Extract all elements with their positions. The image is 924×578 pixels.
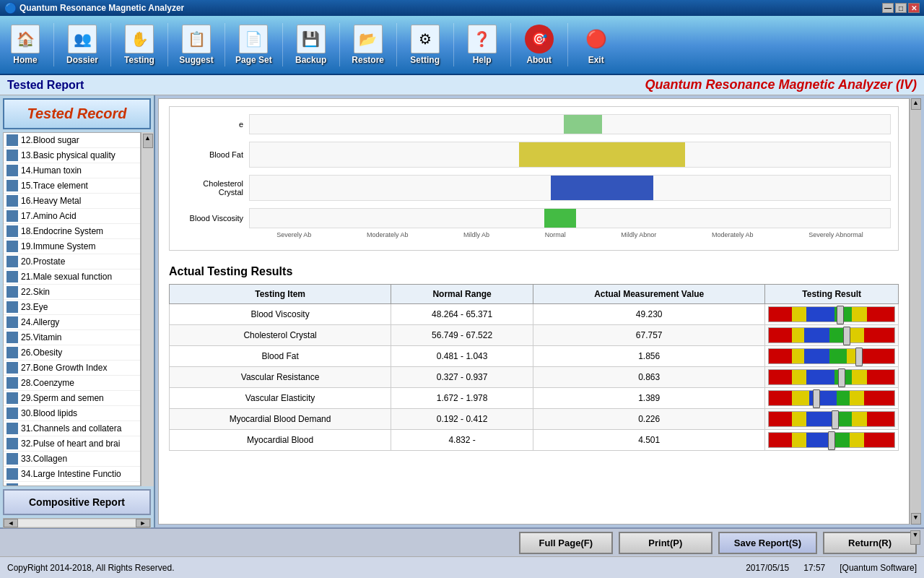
sidebar-item-15[interactable]: 15.Trace element [4,178,140,194]
setting-icon: ⚙ [411,25,440,53]
sidebar-item-12[interactable]: 12.Blood sugar [4,133,140,148]
sidebar-item-34[interactable]: 34.Large Intestine Functio [4,467,140,482]
toolbar: 🏠 Home 👥 Dossier ✋ Testing 📋 Suggest 📄 P… [0,16,924,75]
cell-item: Cholesterol Crystal [170,325,391,346]
cell-result [765,367,899,388]
sidebar-item-28[interactable]: 28.Coenzyme [4,376,140,391]
toolbar-backup[interactable]: 💾 Backup [293,25,329,65]
sidebar-item-33[interactable]: 33.Collagen [4,452,140,467]
x-label-7: Severely Abnormal [808,231,863,238]
sidebar-item-icon [6,332,18,343]
full-page-btn[interactable]: Full Page(F) [519,532,613,554]
toolbar-sep-5 [282,23,283,66]
cell-result [765,388,899,409]
sidebar-item-24[interactable]: 24.Allergy [4,315,140,330]
toolbar-suggest[interactable]: 📋 Suggest [178,25,214,65]
sidebar-item-16[interactable]: 16.Heavy Metal [4,194,140,209]
cell-item: Myocardial Blood Demand [170,409,391,430]
toolbar-testing[interactable]: ✋ Testing [121,25,157,65]
cell-item: Vascular Resistance [170,367,391,388]
window-controls[interactable]: — □ ✕ [882,3,920,13]
cell-result [765,430,899,451]
toolbar-sep-2 [110,23,111,66]
app-name: Quantum Resonance Magnetic Analyzer (IV) [645,77,917,92]
sidebar-item-icon [6,468,18,480]
sidebar-item-icon [6,134,18,146]
app-icon: 🔵 [4,2,17,14]
sidebar-item-30[interactable]: 30.Blood lipids [4,406,140,421]
sidebar-item-21[interactable]: 21.Male sexual function [4,269,140,285]
sidebar-item-19[interactable]: 19.Immune System [4,239,140,254]
toolbar-pageset-label: Page Set [235,55,272,65]
cell-value: 49.230 [533,304,764,325]
sidebar-list-area: 12.Blood sugar13.Basic physical quality1… [0,132,154,486]
toolbar-setting-label: Setting [410,55,440,65]
sidebar-item-31[interactable]: 31.Channels and collatera [4,421,140,436]
x-label-2: Moderately Ab [367,231,409,238]
cell-result [765,346,899,367]
minimize-btn[interactable]: — [882,3,894,13]
toolbar-dossier[interactable]: 👥 Dossier [64,25,100,65]
sidebar-item-20[interactable]: 20.Prostate [4,254,140,269]
sidebar-item-icon [6,180,18,191]
status-time: 17:57 [803,563,825,573]
x-label-6: Moderately Ab [712,231,754,238]
cell-result [765,304,899,325]
cell-range: 4.832 - [391,430,533,451]
sidebar-item-13[interactable]: 13.Basic physical quality [4,148,140,163]
pageset-icon: 📄 [239,25,268,53]
toolbar-home[interactable]: 🏠 Home [7,25,43,65]
cell-value: 0.226 [533,409,764,430]
sidebar-item-23[interactable]: 23.Eye [4,300,140,315]
sidebar: Tested Record 12.Blood sugar13.Basic phy… [0,95,155,527]
sidebar-item-29[interactable]: 29.Sperm and semen [4,391,140,406]
toolbar-sep-6 [339,23,340,66]
toolbar-about[interactable]: 🎯 About [521,25,557,65]
header-bar: Tested Report Quantum Resonance Magnetic… [0,75,924,95]
cell-item: Blood Viscosity [170,304,391,325]
sidebar-item-32[interactable]: 32.Pulse of heart and brai [4,436,140,452]
maximize-btn[interactable]: □ [895,3,907,13]
cell-value: 1.856 [533,346,764,367]
toolbar-testing-label: Testing [124,55,154,65]
sidebar-item-icon [6,362,18,374]
toolbar-setting[interactable]: ⚙ Setting [407,25,443,65]
toolbar-sep-9 [510,23,511,66]
col-header-item: Testing Item [170,285,391,304]
content-vscroll[interactable]: ▲ ▼ [910,98,921,525]
cell-item: Myocardial Blood [170,430,391,451]
save-report-btn[interactable]: Save Report(S) [718,532,817,554]
return-btn[interactable]: Return(R) [823,532,917,554]
sidebar-hscroll[interactable]: ◄ ► [3,518,151,528]
cell-item: Vascular Elasticity [170,388,391,409]
print-btn[interactable]: Print(P) [619,532,712,554]
toolbar-exit[interactable]: 🔴 Exit [578,25,614,65]
sidebar-item-35[interactable]: 35.Thyroid [4,482,140,486]
toolbar-about-label: About [526,55,552,65]
close-btn[interactable]: ✕ [908,3,920,13]
sidebar-item-27[interactable]: 27.Bone Growth Index [4,361,140,376]
sidebar-item-22[interactable]: 22.Skin [4,285,140,300]
cell-result [765,409,899,430]
sidebar-item-17[interactable]: 17.Amino Acid [4,209,140,224]
toolbar-restore[interactable]: 📂 Restore [350,25,386,65]
cell-range: 56.749 - 67.522 [391,325,533,346]
chart-label-e: e [177,120,249,129]
sidebar-item-icon [6,377,18,389]
toolbar-pageset[interactable]: 📄 Page Set [235,25,272,65]
sidebar-item-25[interactable]: 25.Vitamin [4,330,140,345]
cell-value: 67.757 [533,325,764,346]
cell-result [765,325,899,346]
toolbar-help[interactable]: ❓ Help [464,25,500,65]
sidebar-item-26[interactable]: 26.Obesity [4,345,140,361]
sidebar-item-icon [6,316,18,328]
sidebar-item-14[interactable]: 14.Human toxin [4,163,140,178]
composite-report-btn[interactable]: Compositive Report [3,489,151,515]
x-label-4: Normal [545,231,566,238]
sidebar-scrollbar[interactable]: ▲ ▼ [141,132,154,486]
sidebar-item-18[interactable]: 18.Endocrine System [4,224,140,239]
sidebar-item-icon [6,241,18,252]
content-area: e Blood Fat Cholesterol Crystal [158,98,910,525]
table-row: Vascular Resistance 0.327 - 0.937 0.863 [170,367,899,388]
x-label-1: Severely Ab [276,231,311,238]
